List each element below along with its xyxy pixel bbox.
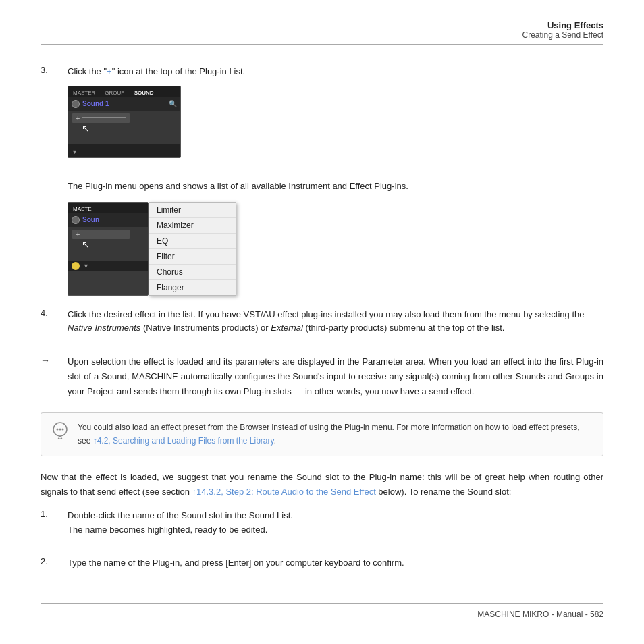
step-3-text: Click the "+" icon at the top of the Plu… bbox=[68, 65, 603, 79]
page-container: Using Effects Creating a Send Effect 3. … bbox=[0, 0, 644, 644]
step-3-block: 3. Click the "+" icon at the top of the … bbox=[41, 65, 603, 167]
step-rename-1-line1: Double-click the name of the Sound slot … bbox=[68, 510, 293, 520]
step-rename-2-content: Type the name of the Plug-in, and press … bbox=[68, 556, 603, 577]
step-rename-2-num: 2. bbox=[41, 556, 68, 577]
svg-point-1 bbox=[57, 429, 59, 431]
step-rename-2-block: 2. Type the name of the Plug-in, and pre… bbox=[41, 556, 603, 577]
arrow-down-1: ▼ bbox=[72, 149, 78, 155]
tab-master[interactable]: MASTER bbox=[72, 88, 97, 97]
plus-button-1[interactable]: + bbox=[72, 113, 130, 123]
plugin-header-1: Sound 1 🔍 bbox=[68, 97, 180, 111]
plugin-body-2: + ↖ bbox=[68, 227, 148, 261]
sound-name-1: Sound 1 bbox=[82, 100, 166, 107]
plugin-ui-2: MASTE Soun + ↖ ▼ bbox=[68, 202, 603, 296]
step-rename-1-content: Double-click the name of the Sound slot … bbox=[68, 509, 603, 544]
description-text-1: The Plug-in menu opens and shows a list … bbox=[68, 180, 603, 194]
yellow-indicator bbox=[72, 262, 80, 270]
step-3-content: Click the "+" icon at the top of the Plu… bbox=[68, 65, 603, 167]
plugin-panel-2: MASTE Soun + ↖ ▼ bbox=[68, 202, 149, 296]
svg-point-2 bbox=[59, 429, 61, 431]
step-4-text: Click the desired effect in the list. If… bbox=[68, 308, 603, 336]
tab-group[interactable]: GROUP bbox=[103, 88, 126, 97]
menu-item-chorus[interactable]: Chorus bbox=[149, 265, 236, 280]
menu-item-limiter[interactable]: Limiter bbox=[149, 203, 236, 218]
step-rename-1-text: Double-click the name of the Sound slot … bbox=[68, 509, 603, 537]
menu-item-maximizer[interactable]: Maximizer bbox=[149, 218, 236, 234]
tab-master-2[interactable]: MASTE bbox=[72, 205, 93, 213]
plugin-footer-1: ▼ bbox=[68, 144, 180, 157]
search-icon-1[interactable]: 🔍 bbox=[169, 100, 177, 107]
page-footer: MASCHINE MIKRO - Manual - 582 bbox=[41, 603, 603, 619]
plus-bar-2 bbox=[82, 234, 126, 234]
plugin-menu: Limiter Maximizer EQ Filter Chorus Flang… bbox=[149, 202, 236, 296]
plus-icon-1: + bbox=[76, 114, 80, 122]
step-rename-1-num: 1. bbox=[41, 509, 68, 544]
plugin-body-1: + ↖ bbox=[68, 111, 180, 144]
sound-name-2: Soun bbox=[82, 216, 144, 223]
note-box: You could also load an effect preset fro… bbox=[41, 412, 603, 456]
speech-bubble-icon bbox=[51, 421, 70, 440]
para-1-link[interactable]: ↑14.3.2, Step 2: Route Audio to the Send… bbox=[192, 487, 376, 497]
arrow-down-2: ▼ bbox=[83, 263, 89, 269]
plugin-knob-2 bbox=[72, 216, 80, 224]
menu-item-flanger[interactable]: Flanger bbox=[149, 280, 236, 295]
tab-sound[interactable]: SOUND bbox=[133, 88, 155, 97]
native-instruments-italic: Native Instruments bbox=[68, 323, 140, 333]
step-4-block: 4. Click the desired effect in the list.… bbox=[41, 308, 603, 343]
step-rename-1-block: 1. Double-click the name of the Sound sl… bbox=[41, 509, 603, 544]
header-right: Using Effects Creating a Send Effect bbox=[522, 20, 603, 40]
cursor-1: ↖ bbox=[82, 123, 90, 134]
plus-bar-1 bbox=[82, 117, 126, 118]
arrow-block: → Upon selection the effect is loaded an… bbox=[41, 354, 603, 399]
plugin-screenshot-2-wrapper: MASTE Soun + ↖ ▼ bbox=[68, 202, 603, 296]
arrow-text: Upon selection the effect is loaded and … bbox=[68, 354, 603, 399]
menu-item-filter[interactable]: Filter bbox=[149, 249, 236, 265]
plugin-footer-2: ▼ bbox=[68, 261, 148, 271]
step-4-content: Click the desired effect in the list. If… bbox=[68, 308, 603, 343]
arrow-symbol: → bbox=[41, 354, 68, 399]
step-rename-1-line2: The name becomes highlighted, ready to b… bbox=[68, 525, 267, 535]
note-link[interactable]: ↑4.2, Searching and Loading Files from t… bbox=[93, 436, 274, 446]
step-4-num: 4. bbox=[41, 308, 68, 343]
description-1: The Plug-in menu opens and shows a list … bbox=[68, 180, 603, 194]
plus-icon-2: + bbox=[76, 230, 80, 238]
plugin-header-2: Soun bbox=[68, 213, 148, 227]
page-header: Using Effects Creating a Send Effect bbox=[41, 20, 603, 45]
header-subtitle: Creating a Send Effect bbox=[522, 30, 603, 40]
header-title: Using Effects bbox=[522, 20, 603, 30]
external-italic: External bbox=[271, 323, 303, 333]
para-1-after: below). To rename the Sound slot: bbox=[376, 487, 512, 497]
plus-symbol: + bbox=[107, 66, 112, 76]
note-icon bbox=[51, 421, 70, 447]
step-rename-2-text: Type the name of the Plug-in, and press … bbox=[68, 556, 603, 570]
plugin-screenshot-1: MASTER GROUP SOUND Sound 1 🔍 + ↖ bbox=[68, 86, 181, 158]
menu-item-eq[interactable]: EQ bbox=[149, 234, 236, 249]
plugin-knob bbox=[72, 100, 80, 108]
plus-button-2[interactable]: + bbox=[72, 230, 130, 239]
para-1: Now that the effect is loaded, we sugges… bbox=[41, 470, 603, 500]
svg-point-3 bbox=[62, 429, 64, 431]
plugin-tabs-1: MASTER GROUP SOUND bbox=[68, 86, 180, 97]
note-text-after: . bbox=[274, 436, 276, 446]
step-3-num: 3. bbox=[41, 65, 68, 167]
note-text: You could also load an effect preset fro… bbox=[78, 421, 593, 447]
plugin-tabs-2: MASTE bbox=[68, 203, 148, 213]
footer-text: MASCHINE MIKRO - Manual - 582 bbox=[477, 610, 603, 619]
cursor-2: ↖ bbox=[82, 239, 90, 250]
